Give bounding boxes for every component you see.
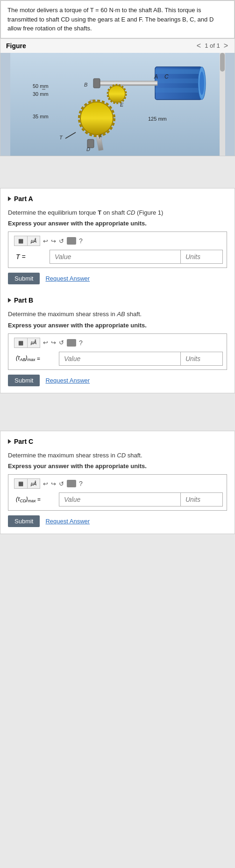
part-c-request-answer-button[interactable]: Request Answer	[45, 518, 90, 525]
svg-rect-31	[220, 53, 225, 72]
svg-point-12	[108, 86, 125, 102]
part-b-answer-box: ▦ μÂ ↩ ↪ ↺ ? (τAB)max =	[8, 333, 227, 370]
part-c-monitor-icon[interactable]	[67, 480, 76, 487]
part-a-redo-icon[interactable]: ↪	[51, 238, 56, 245]
part-b-input-row: (τAB)max =	[12, 352, 223, 366]
part-c-mu-button[interactable]: μÂ	[27, 478, 40, 489]
part-b-submit-button[interactable]: Submit	[8, 375, 40, 386]
figure-label: Figure	[6, 42, 26, 50]
gear-diagram: A C E F D B T	[10, 53, 225, 156]
part-b-redo-icon[interactable]: ↪	[51, 339, 56, 346]
part-a-collapse-button[interactable]	[8, 196, 11, 201]
figure-next-button[interactable]: >	[223, 42, 229, 50]
part-a-value-input[interactable]	[50, 250, 181, 264]
part-b-toolbar: ▦ μÂ ↩ ↪ ↺ ?	[12, 338, 223, 348]
part-b-monitor-icon[interactable]	[67, 339, 76, 347]
part-c-toolbar: ▦ μÂ ↩ ↪ ↺ ?	[12, 478, 223, 489]
part-b-button-row: Submit Request Answer	[8, 375, 227, 386]
part-c-refresh-icon[interactable]: ↺	[59, 480, 64, 487]
part-b-matrix-buttons: ▦ μÂ	[14, 338, 40, 348]
problem-text: The motor delivers a torque of T = 60 N·…	[0, 0, 235, 38]
svg-text:35 mm: 35 mm	[33, 114, 49, 119]
part-b-instruction: Express your answer with the appropriate…	[8, 322, 227, 329]
part-b-value-input[interactable]	[59, 352, 181, 366]
part-a-input-row: T =	[12, 250, 223, 264]
gap-7	[0, 421, 235, 431]
svg-text:C: C	[164, 73, 169, 80]
gap-2	[0, 169, 235, 179]
part-c-submit-button[interactable]: Submit	[8, 515, 40, 527]
part-b-matrix-button[interactable]: ▦	[14, 338, 27, 348]
part-a-submit-button[interactable]: Submit	[8, 273, 40, 284]
svg-text:30 mm: 30 mm	[33, 91, 49, 97]
part-c-help-icon[interactable]: ?	[79, 480, 83, 487]
part-c-redo-icon[interactable]: ↪	[51, 480, 56, 487]
svg-rect-4	[155, 88, 202, 93]
part-a-title: Part A	[14, 195, 33, 203]
part-b-title: Part B	[14, 297, 33, 304]
part-a-matrix-button[interactable]: ▦	[14, 236, 27, 246]
part-a-input-label: T =	[12, 250, 50, 264]
part-a-description: Determine the equilibrium torque T on sh…	[8, 208, 227, 217]
part-c-value-input[interactable]	[59, 492, 181, 506]
part-b-refresh-icon[interactable]: ↺	[59, 339, 64, 346]
part-c-units-input[interactable]	[181, 492, 223, 506]
part-a-monitor-icon[interactable]	[67, 237, 76, 245]
part-a-answer-box: ▦ μÂ ↩ ↪ ↺ ? T =	[8, 231, 227, 268]
figure-header: Figure < 1 of 1 >	[0, 38, 235, 53]
part-a-toolbar: ▦ μÂ ↩ ↪ ↺ ?	[12, 236, 223, 246]
part-c-collapse-button[interactable]	[8, 439, 11, 444]
problem-statement-text: The motor delivers a torque of T = 60 N·…	[7, 7, 214, 32]
part-b-request-answer-button[interactable]: Request Answer	[45, 377, 90, 384]
part-c-input-row: (τCD)max =	[12, 492, 223, 506]
part-a-matrix-buttons: ▦ μÂ	[14, 236, 40, 246]
figure-prev-button[interactable]: <	[196, 42, 202, 50]
figure-page-indicator: 1 of 1	[205, 42, 220, 49]
figure-navigation: < 1 of 1 >	[196, 42, 229, 50]
svg-rect-3	[155, 79, 202, 83]
gap-5	[0, 403, 235, 412]
gap-4	[0, 393, 235, 403]
svg-text:B: B	[84, 82, 87, 87]
gap-3	[0, 179, 235, 188]
part-c-title: Part C	[14, 438, 33, 445]
svg-point-6	[199, 72, 204, 95]
part-b-help-icon[interactable]: ?	[79, 339, 83, 347]
svg-text:E: E	[120, 102, 124, 108]
part-c-undo-icon[interactable]: ↩	[43, 480, 48, 487]
part-a-help-icon[interactable]: ?	[79, 237, 83, 245]
svg-rect-7	[94, 81, 157, 86]
part-c-answer-box: ▦ μÂ ↩ ↪ ↺ ? (τCD)max =	[8, 474, 227, 511]
part-a-refresh-icon[interactable]: ↺	[59, 238, 64, 245]
part-b-header: Part B	[8, 297, 227, 304]
part-b-undo-icon[interactable]: ↩	[43, 339, 48, 346]
part-b-mu-button[interactable]: μÂ	[27, 338, 40, 348]
part-b-input-label: (τAB)max =	[12, 352, 59, 366]
part-b-description: Determine the maximum shear stress in AB…	[8, 310, 227, 319]
part-a-section: Part A Determine the equilibrium torque …	[0, 188, 235, 393]
part-b-collapse-button[interactable]	[8, 298, 11, 303]
part-a-instruction: Express your answer with the appropriate…	[8, 220, 227, 227]
part-a-undo-icon[interactable]: ↩	[43, 238, 48, 245]
svg-rect-8	[93, 79, 100, 88]
gap-6	[0, 412, 235, 421]
part-a-button-row: Submit Request Answer	[8, 273, 227, 284]
part-c-matrix-button[interactable]: ▦	[14, 478, 27, 489]
svg-point-17	[80, 102, 113, 135]
part-c-matrix-buttons: ▦ μÂ	[14, 478, 40, 489]
part-c-description: Determine the maximum shear stress in CD…	[8, 451, 227, 460]
part-a-mu-button[interactable]: μÂ	[27, 236, 40, 246]
svg-rect-2	[155, 69, 202, 74]
gap-1	[0, 160, 235, 169]
part-c-section: Part C Determine the maximum shear stres…	[0, 431, 235, 535]
part-b-units-input[interactable]	[181, 352, 223, 366]
part-a-request-answer-button[interactable]: Request Answer	[45, 275, 90, 282]
part-c-input-label: (τCD)max =	[12, 492, 59, 506]
problem-statement-card: The motor delivers a torque of T = 60 N·…	[0, 0, 235, 156]
svg-text:125 mm: 125 mm	[148, 116, 167, 122]
svg-text:D: D	[86, 146, 90, 152]
svg-text:A: A	[154, 73, 158, 80]
part-a-units-input[interactable]	[181, 250, 223, 264]
svg-text:50 mm: 50 mm	[33, 83, 49, 89]
figure-container: A C E F D B T	[0, 53, 235, 156]
